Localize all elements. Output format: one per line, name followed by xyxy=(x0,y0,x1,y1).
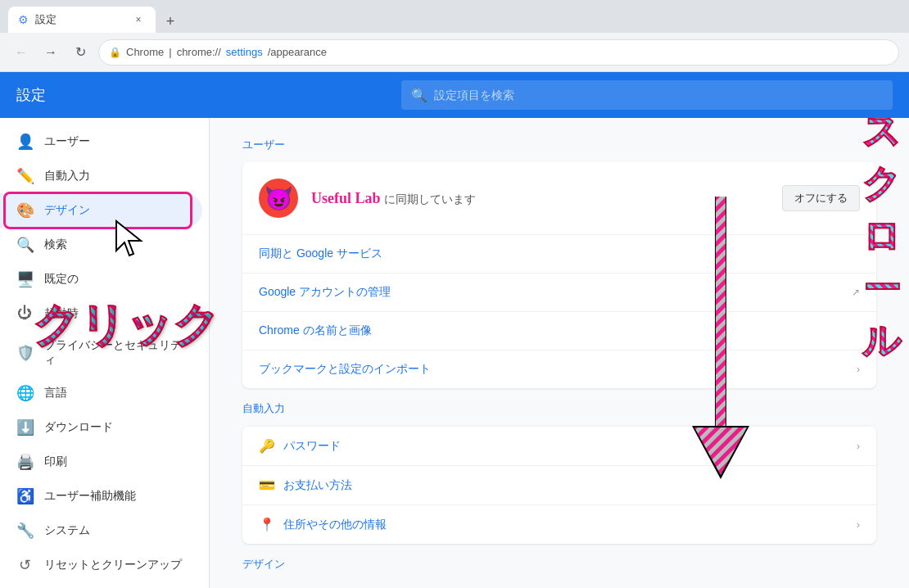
user-card: 😈 Useful Lab に同期しています オフにする 同期と Google サ… xyxy=(242,162,876,388)
user-icon: 👤 xyxy=(16,133,33,151)
chrome-name-label: Chrome の名前と画像 xyxy=(259,323,860,338)
search-box[interactable]: 🔍 xyxy=(401,80,893,110)
arrow-icon: › xyxy=(857,364,860,375)
sidebar-item-label: デザイン xyxy=(44,203,90,218)
accessibility-icon: ♿ xyxy=(16,487,33,505)
sidebar-item-label: 既定の xyxy=(44,272,79,287)
sidebar-item-language[interactable]: 🌐 言語 xyxy=(0,376,209,410)
external-link-icon: ↗ xyxy=(852,287,860,298)
autofill-icon: ✏️ xyxy=(16,167,33,185)
chrome-name-item[interactable]: Chrome の名前と画像 xyxy=(242,311,876,350)
sidebar-item-label: 検索 xyxy=(44,237,67,252)
payment-item[interactable]: 💳 お支払い方法 xyxy=(242,465,876,504)
sidebar-item-label: ユーザー補助機能 xyxy=(44,489,136,504)
url-site-name: Chrome xyxy=(126,46,164,58)
sidebar-item-print[interactable]: 🖨️ 印刷 xyxy=(0,445,209,479)
sidebar-item-user[interactable]: 👤 ユーザー xyxy=(0,124,209,159)
user-info: Useful Lab に同期しています xyxy=(311,190,769,207)
design-icon: 🎨 xyxy=(16,201,33,219)
payment-icon: 💳 xyxy=(259,477,275,493)
sync-services-label: 同期と Google サービス xyxy=(259,247,860,261)
search-icon: 🔍 xyxy=(411,88,427,103)
settings-page: 設定 🔍 👤 ユーザー ✏️ 自動入力 🎨 デザイン xyxy=(0,72,909,588)
sidebar-item-startup[interactable]: ⏻ 起動時 xyxy=(0,296,209,330)
autofill-section-title: 自動入力 xyxy=(242,401,876,416)
url-suffix: /appearance xyxy=(268,46,327,58)
account-item[interactable]: Google アカウントの管理 ↗ xyxy=(242,273,876,311)
privacy-icon: 🛡️ xyxy=(16,344,33,362)
address-bar: ← → ↻ 🔒 Chrome | chrome://settings/appea… xyxy=(0,33,909,72)
sidebar-item-label: プライバシーとセキュリティ xyxy=(44,338,192,368)
import-label: ブックマークと設定のインポート xyxy=(259,362,857,377)
tab-close-button[interactable]: × xyxy=(131,12,146,27)
download-icon: ⬇️ xyxy=(16,418,33,436)
sidebar-item-default[interactable]: 🖥️ 既定の xyxy=(0,262,209,296)
startup-icon: ⏻ xyxy=(16,305,33,322)
url-bar[interactable]: 🔒 Chrome | chrome://settings/appearance xyxy=(98,39,899,66)
sidebar-item-label: 起動時 xyxy=(44,306,79,321)
sidebar-item-accessibility[interactable]: ♿ ユーザー補助機能 xyxy=(0,479,209,513)
url-path: settings xyxy=(226,46,263,58)
url-separator: | xyxy=(169,46,171,58)
address-item[interactable]: 📍 住所やその他の情報 › xyxy=(242,504,876,544)
sidebar-item-label: システム xyxy=(44,523,90,538)
sidebar-item-label: 言語 xyxy=(44,386,67,400)
password-label: パスワード xyxy=(283,439,857,454)
password-arrow: › xyxy=(857,441,860,452)
sync-off-button[interactable]: オフにする xyxy=(782,185,860,211)
sidebar-item-search[interactable]: 🔍 検索 xyxy=(0,228,209,262)
sidebar-item-label: ユーザー xyxy=(44,134,90,149)
search-sidebar-icon: 🔍 xyxy=(16,236,33,254)
sidebar-item-system[interactable]: 🔧 システム xyxy=(0,513,209,548)
url-protocol: chrome:// xyxy=(177,46,221,58)
new-tab-button[interactable]: + xyxy=(159,10,182,33)
search-input[interactable] xyxy=(434,88,883,102)
sidebar-item-privacy[interactable]: 🛡️ プライバシーとセキュリティ xyxy=(0,330,209,376)
sync-services-item[interactable]: 同期と Google サービス xyxy=(242,234,876,273)
settings-page-title: 設定 xyxy=(16,85,46,105)
address-arrow: › xyxy=(857,519,860,531)
print-icon: 🖨️ xyxy=(16,453,33,471)
forward-button[interactable]: → xyxy=(39,41,62,64)
account-label: Google アカウントの管理 xyxy=(259,285,852,300)
user-profile-row: 😈 Useful Lab に同期しています オフにする xyxy=(242,162,876,234)
back-button[interactable]: ← xyxy=(10,41,33,64)
sidebar-item-label: 自動入力 xyxy=(44,169,90,183)
active-tab[interactable]: ⚙ 設定 × xyxy=(8,7,156,33)
sidebar-item-design[interactable]: 🎨 デザイン xyxy=(0,193,202,228)
refresh-button[interactable]: ↻ xyxy=(69,41,92,64)
design-section-title: デザイン xyxy=(242,557,876,572)
default-icon: 🖥️ xyxy=(16,270,33,288)
language-icon: 🌐 xyxy=(16,384,33,402)
lock-icon: 🔒 xyxy=(109,47,121,58)
password-item[interactable]: 🔑 パスワード › xyxy=(242,426,876,465)
payment-label: お支払い方法 xyxy=(283,478,860,493)
user-name: Useful Lab xyxy=(311,190,381,206)
import-item[interactable]: ブックマークと設定のインポート › xyxy=(242,350,876,388)
sidebar-item-label: 印刷 xyxy=(44,455,67,469)
sidebar-item-label: ダウンロード xyxy=(44,420,113,435)
sidebar-item-autofill[interactable]: ✏️ 自動入力 xyxy=(0,159,209,193)
sidebar: 👤 ユーザー ✏️ 自動入力 🎨 デザイン 🔍 検索 🖥️ 既定の xyxy=(0,118,210,588)
settings-body: 👤 ユーザー ✏️ 自動入力 🎨 デザイン 🔍 検索 🖥️ 既定の xyxy=(0,118,909,588)
address-icon: 📍 xyxy=(259,517,275,532)
reset-icon: ↺ xyxy=(16,556,33,574)
settings-header: 設定 🔍 xyxy=(0,72,909,118)
sidebar-item-label: リセットとクリーンアップ xyxy=(44,558,182,572)
user-avatar: 😈 xyxy=(259,179,298,218)
sidebar-item-reset[interactable]: ↺ リセットとクリーンアップ xyxy=(0,548,209,582)
tab-bar: ⚙ 設定 × + xyxy=(0,0,909,33)
sync-status: に同期しています xyxy=(384,192,476,206)
tab-title: 設定 xyxy=(35,12,57,27)
address-label: 住所やその他の情報 xyxy=(283,518,857,532)
sidebar-item-download[interactable]: ⬇️ ダウンロード xyxy=(0,410,209,445)
system-icon: 🔧 xyxy=(16,522,33,540)
autofill-card: 🔑 パスワード › 💳 お支払い方法 📍 住所やその他の情報 › xyxy=(242,426,876,544)
browser-frame: ⚙ 設定 × + ← → ↻ 🔒 Chrome | chrome://setti… xyxy=(0,0,909,588)
user-section-title: ユーザー xyxy=(242,138,876,152)
key-icon: 🔑 xyxy=(259,438,275,454)
tab-settings-icon: ⚙ xyxy=(18,13,29,26)
main-content: ユーザー 😈 Useful Lab に同期しています オフにする 同期と Goo… xyxy=(210,118,909,588)
